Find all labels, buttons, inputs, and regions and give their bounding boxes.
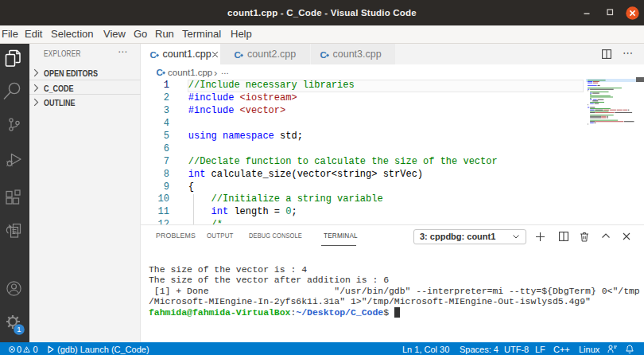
svg-text:1: 1: [17, 325, 21, 334]
svg-text:C: C: [235, 50, 241, 60]
svg-text:C: C: [157, 68, 163, 77]
svg-text:C: C: [150, 50, 157, 60]
svg-text:C: C: [320, 50, 327, 60]
